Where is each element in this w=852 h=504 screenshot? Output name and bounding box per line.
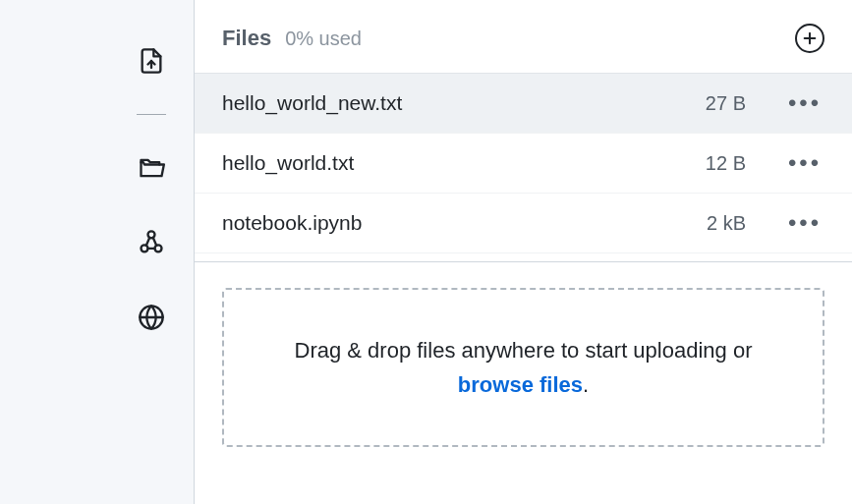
- dropzone-text-after: .: [583, 372, 589, 397]
- files-header: Files 0% used: [195, 0, 852, 74]
- folder-open-icon[interactable]: [130, 146, 173, 190]
- file-row[interactable]: hello_world.txt 12 B •••: [195, 134, 852, 194]
- more-options-icon[interactable]: •••: [785, 149, 824, 177]
- header-left: Files 0% used: [222, 26, 362, 51]
- dropzone-container: Drag & drop files anywhere to start uplo…: [195, 262, 852, 467]
- left-gutter: [0, 0, 108, 504]
- upload-file-icon[interactable]: [130, 39, 173, 83]
- dropzone[interactable]: Drag & drop files anywhere to start uplo…: [222, 288, 824, 447]
- main-panel: Files 0% used hello_world_new.txt 27 B •…: [195, 0, 852, 504]
- globe-icon[interactable]: [130, 296, 173, 339]
- file-name: hello_world.txt: [222, 151, 667, 175]
- sidebar: [108, 0, 195, 504]
- add-file-button[interactable]: [795, 24, 824, 53]
- svg-line-5: [152, 238, 156, 246]
- file-row[interactable]: hello_world_new.txt 27 B •••: [195, 74, 852, 134]
- file-row[interactable]: notebook.ipynb 2 kB •••: [195, 194, 852, 253]
- storage-usage: 0% used: [285, 28, 362, 50]
- panel-title: Files: [222, 26, 271, 51]
- more-options-icon[interactable]: •••: [785, 209, 824, 237]
- browse-files-link[interactable]: browse files: [458, 372, 583, 397]
- share-nodes-icon[interactable]: [130, 221, 173, 264]
- more-options-icon[interactable]: •••: [785, 89, 824, 117]
- dropzone-text-before: Drag & drop files anywhere to start uplo…: [295, 338, 753, 363]
- sidebar-divider: [137, 114, 166, 115]
- file-name: notebook.ipynb: [222, 211, 667, 235]
- file-size: 27 B: [667, 92, 746, 115]
- file-size: 2 kB: [667, 212, 746, 235]
- file-name: hello_world_new.txt: [222, 91, 667, 115]
- file-size: 12 B: [667, 152, 746, 175]
- file-list: hello_world_new.txt 27 B ••• hello_world…: [195, 74, 852, 253]
- svg-line-4: [145, 238, 149, 246]
